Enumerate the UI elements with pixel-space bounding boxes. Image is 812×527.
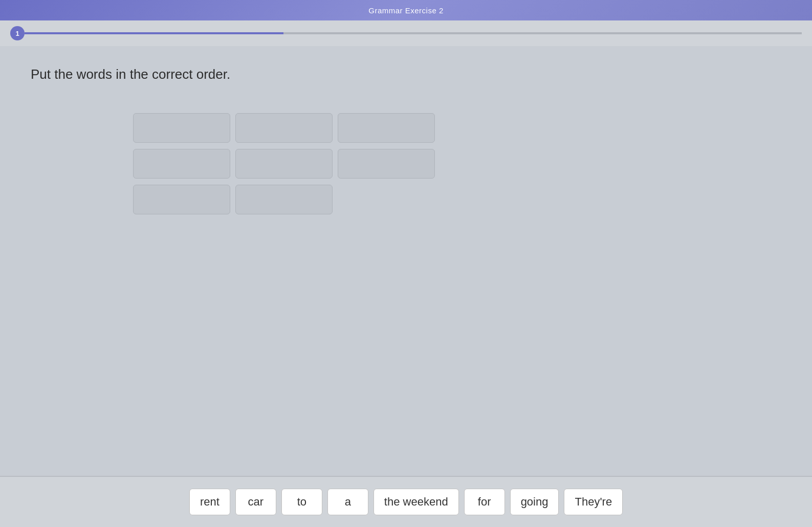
header-title: Grammar Exercise 2	[368, 6, 444, 15]
drop-zone-1-1[interactable]	[133, 113, 230, 143]
drop-zone-2-1[interactable]	[133, 149, 230, 179]
word-bank: rent car to a the weekend for going They…	[0, 476, 812, 527]
word-chip-rent[interactable]: rent	[189, 489, 230, 515]
word-chip-for[interactable]: for	[464, 489, 505, 515]
progress-step-1: 1	[10, 26, 25, 40]
progress-line-1	[25, 32, 283, 34]
word-chip-car[interactable]: car	[235, 489, 276, 515]
drop-zone-3-1[interactable]	[133, 185, 230, 214]
progress-line-2	[283, 32, 542, 34]
main-content: Put the words in the correct order.	[0, 46, 812, 235]
drop-row-2	[133, 149, 781, 179]
drop-zone-2-2[interactable]	[235, 149, 333, 179]
drop-grid	[133, 113, 781, 214]
word-chip-to[interactable]: to	[281, 489, 322, 515]
word-chip-going[interactable]: going	[510, 489, 559, 515]
drop-zone-1-3[interactable]	[338, 113, 435, 143]
drop-zone-2-3[interactable]	[338, 149, 435, 179]
instruction-text: Put the words in the correct order.	[31, 67, 781, 82]
word-chip-a[interactable]: a	[327, 489, 368, 515]
drop-zone-1-2[interactable]	[235, 113, 333, 143]
header-bar: Grammar Exercise 2	[0, 0, 812, 20]
drop-row-3	[133, 185, 781, 214]
drop-zone-3-2[interactable]	[235, 185, 333, 214]
progress-area: 1	[0, 20, 812, 46]
drop-row-1	[133, 113, 781, 143]
progress-line-3	[543, 32, 802, 34]
word-chip-the-weekend[interactable]: the weekend	[374, 489, 459, 515]
word-chip-theyre[interactable]: They're	[564, 489, 623, 515]
